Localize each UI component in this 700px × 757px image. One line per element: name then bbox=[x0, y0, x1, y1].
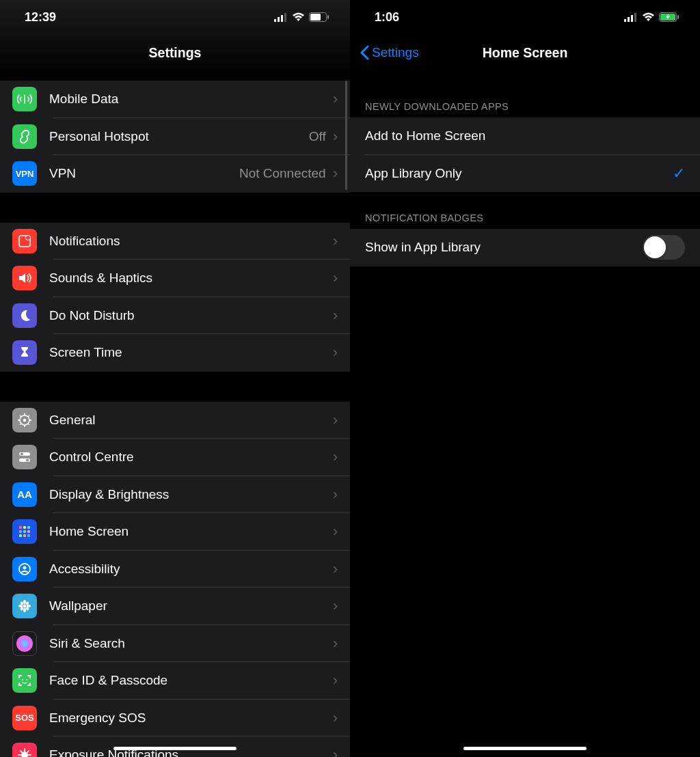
toggle-switch[interactable] bbox=[643, 235, 685, 260]
chevron-right-icon: › bbox=[333, 709, 338, 727]
moon-icon bbox=[12, 303, 37, 328]
person-icon bbox=[12, 557, 37, 581]
chevron-right-icon: › bbox=[333, 635, 338, 652]
row-label: General bbox=[49, 413, 333, 428]
svg-rect-23 bbox=[19, 526, 22, 529]
row-label: Home Screen bbox=[49, 524, 333, 539]
svg-rect-5 bbox=[327, 15, 329, 19]
back-button[interactable]: Settings bbox=[360, 34, 419, 71]
vpn-icon: VPN bbox=[12, 161, 37, 186]
svg-rect-24 bbox=[23, 526, 26, 529]
settings-row-mobile-data[interactable]: Mobile Data› bbox=[0, 81, 350, 118]
chevron-right-icon: › bbox=[333, 232, 338, 250]
chevron-right-icon: › bbox=[333, 307, 338, 325]
flower-icon bbox=[12, 594, 37, 618]
nav-title: Settings bbox=[149, 45, 202, 61]
svg-line-16 bbox=[28, 424, 29, 425]
home-indicator[interactable] bbox=[113, 747, 237, 750]
settings-row-sounds-haptics[interactable]: Sounds & Haptics› bbox=[0, 260, 350, 297]
wifi-icon bbox=[642, 12, 655, 22]
chevron-right-icon: › bbox=[333, 90, 338, 108]
nav-title: Home Screen bbox=[483, 45, 568, 61]
settings-row-do-not-disturb[interactable]: Do Not Disturb› bbox=[0, 297, 350, 335]
battery-charging-icon bbox=[659, 12, 679, 22]
option-row-show-in-app-library[interactable]: Show in App Library bbox=[350, 229, 700, 266]
svg-point-43 bbox=[16, 635, 33, 652]
status-bar: 1:06 bbox=[350, 0, 700, 34]
settings-row-wallpaper[interactable]: Wallpaper› bbox=[0, 588, 350, 625]
svg-rect-60 bbox=[677, 15, 679, 19]
svg-point-34 bbox=[23, 605, 27, 608]
settings-row-personal-hotspot[interactable]: Personal HotspotOff› bbox=[0, 118, 350, 156]
settings-row-general[interactable]: General› bbox=[0, 402, 350, 439]
settings-row-vpn[interactable]: VPNVPNNot Connected› bbox=[0, 155, 350, 193]
svg-rect-0 bbox=[274, 19, 276, 22]
option-row-app-library-only[interactable]: App Library Only✓ bbox=[350, 155, 700, 193]
grid-icon bbox=[12, 519, 37, 544]
svg-point-35 bbox=[23, 600, 26, 604]
row-label: Siri & Search bbox=[49, 636, 333, 651]
chevron-right-icon: › bbox=[333, 165, 338, 182]
svg-point-36 bbox=[23, 608, 26, 612]
home-indicator[interactable] bbox=[463, 747, 587, 750]
svg-point-20 bbox=[21, 453, 23, 456]
sos-icon: SOS bbox=[12, 706, 37, 730]
svg-point-45 bbox=[26, 679, 27, 680]
svg-point-37 bbox=[18, 605, 23, 607]
settings-row-control-centre[interactable]: Control Centre› bbox=[0, 439, 350, 476]
svg-line-54 bbox=[27, 751, 29, 752]
status-time: 1:06 bbox=[375, 10, 399, 25]
row-label: VPN bbox=[49, 166, 239, 181]
svg-rect-57 bbox=[631, 15, 633, 22]
svg-point-38 bbox=[27, 605, 31, 607]
chevron-right-icon: › bbox=[333, 486, 338, 504]
settings-row-face-id-passcode[interactable]: Face ID & Passcode› bbox=[0, 662, 350, 700]
row-label: Screen Time bbox=[49, 345, 333, 360]
battery-icon bbox=[309, 12, 329, 22]
row-label: Sounds & Haptics bbox=[49, 271, 333, 286]
settings-group: General›Control Centre›AADisplay & Brigh… bbox=[0, 402, 350, 758]
virus-icon bbox=[12, 743, 37, 757]
row-label: Show in App Library bbox=[365, 240, 643, 255]
settings-row-notifications[interactable]: Notifications› bbox=[0, 223, 350, 260]
settings-screen: 12:39 Settings Mobile Data›Personal Hots… bbox=[0, 0, 350, 757]
svg-rect-29 bbox=[19, 534, 22, 537]
scrollbar[interactable] bbox=[345, 81, 347, 190]
status-icons bbox=[624, 12, 679, 22]
back-label: Settings bbox=[372, 45, 419, 60]
settings-group: Mobile Data›Personal HotspotOff›VPNVPNNo… bbox=[0, 81, 350, 193]
svg-rect-56 bbox=[628, 17, 630, 22]
svg-rect-25 bbox=[27, 526, 30, 529]
status-time: 12:39 bbox=[25, 10, 56, 25]
chevron-right-icon: › bbox=[333, 746, 338, 757]
aa-icon: AA bbox=[12, 482, 37, 507]
settings-list[interactable]: Mobile Data›Personal HotspotOff›VPNVPNNo… bbox=[0, 71, 350, 757]
option-row-add-to-home-screen[interactable]: Add to Home Screen bbox=[350, 118, 700, 155]
settings-row-accessibility[interactable]: Accessibility› bbox=[0, 551, 350, 588]
svg-rect-1 bbox=[278, 17, 280, 22]
row-label: Add to Home Screen bbox=[365, 128, 685, 143]
chevron-right-icon: › bbox=[333, 128, 338, 146]
settings-row-screen-time[interactable]: Screen Time› bbox=[0, 334, 350, 372]
settings-row-display-brightness[interactable]: AADisplay & Brightness› bbox=[0, 476, 350, 514]
home-screen-settings: 1:06 Settings Home Screen NEWLY DOWNLOAD… bbox=[350, 0, 700, 757]
wifi-icon bbox=[292, 12, 305, 22]
settings-row-siri-search[interactable]: Siri & Search› bbox=[0, 625, 350, 663]
settings-row-emergency-sos[interactable]: SOSEmergency SOS› bbox=[0, 700, 350, 737]
checkmark-icon: ✓ bbox=[673, 165, 685, 182]
gear-icon bbox=[12, 408, 37, 432]
chevron-right-icon: › bbox=[333, 560, 338, 578]
chevron-right-icon: › bbox=[333, 597, 338, 615]
settings-row-home-screen[interactable]: Home Screen› bbox=[0, 513, 350, 551]
svg-line-18 bbox=[28, 415, 29, 417]
section-header: NEWLY DOWNLOADED APPS bbox=[350, 71, 700, 118]
chevron-right-icon: › bbox=[333, 448, 338, 466]
row-label: Emergency SOS bbox=[49, 711, 333, 726]
row-label: Control Centre bbox=[49, 450, 333, 465]
svg-rect-58 bbox=[634, 13, 636, 22]
svg-point-44 bbox=[22, 679, 23, 680]
toggle-knob bbox=[644, 236, 666, 258]
row-label: Do Not Disturb bbox=[49, 308, 333, 323]
svg-line-15 bbox=[20, 415, 21, 417]
row-label: Mobile Data bbox=[49, 92, 333, 107]
